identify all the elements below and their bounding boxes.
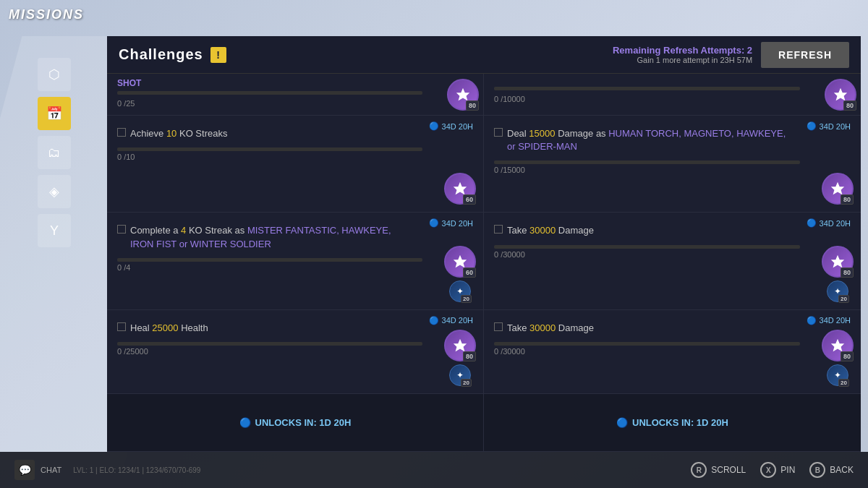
progress-bar-bg-5 (117, 342, 422, 346)
sidebar-item-rank[interactable]: ◈ (38, 175, 71, 208)
refresh-timer-label: Gain 1 more attempt in 23H 57M (613, 56, 752, 64)
sidebar-item-cards[interactable]: 🗂 (38, 136, 71, 169)
challenge-grid: 🔵 34D 20H Achieve 10 KO Streaks 0 /10 (107, 116, 861, 452)
rewards-1: 60 (444, 173, 476, 205)
refresh-info: Remaining Refresh Attempts: 2 Gain 1 mor… (613, 45, 752, 64)
checkbox-5 (117, 322, 126, 331)
timer-3: 🔵 34D 20H (429, 218, 473, 228)
rewards-6: 80 ✦ 20 (822, 330, 854, 386)
progress-text-3: 0 /4 (117, 263, 473, 272)
partial-progress-text-right: 0 /10000 (494, 95, 851, 103)
partial-progress-bar-left (117, 91, 422, 95)
bottom-right: R SCROLL X PIN B BACK (691, 462, 854, 478)
exclamation-badge: ! (210, 47, 226, 63)
progress-bar-bg-3 (117, 258, 422, 262)
cards-icon: 🗂 (48, 145, 61, 160)
svg-marker-5 (831, 255, 844, 267)
challenges-header: Challenges ! Remaining Refresh Attempts:… (107, 36, 861, 74)
chat-label: CHAT (41, 466, 61, 474)
scroll-hint: R SCROLL (691, 462, 746, 478)
cube-icon: ⬡ (48, 67, 60, 82)
partial-reward-icon-right: 80 (825, 79, 856, 111)
challenge-text-4: Take 30000 Damage (494, 224, 851, 237)
reward-icon-3: 60 (444, 246, 476, 278)
back-hint: B BACK (809, 462, 854, 478)
partial-reward-badge-right: 80 (843, 100, 856, 111)
checkbox-1 (117, 128, 126, 137)
rewards-4: 80 ✦ 20 (822, 246, 854, 302)
reward-icon-small-4: ✦ 20 (827, 281, 848, 302)
rewards-2: 80 (822, 173, 854, 205)
sidebar-item-y[interactable]: Y (38, 214, 71, 247)
refresh-attempts-label: Remaining Refresh Attempts: 2 (613, 45, 752, 56)
progress-text-1: 0 /10 (117, 153, 473, 161)
sidebar-item-cube[interactable]: ⬡ (38, 58, 71, 91)
partial-progress-text-left: 0 /25 (117, 99, 473, 108)
bottom-status: LVL: 1 | ELO: 1234/1 | 1234/670/70-699 (73, 466, 200, 474)
progress-bar-bg-2 (494, 160, 800, 164)
back-btn[interactable]: B (809, 462, 825, 478)
reward-badge-6: 80 (841, 351, 854, 361)
clock-icon-2: 🔵 (807, 121, 817, 131)
reward-icon-4: 80 (822, 246, 854, 278)
rank-icon: ◈ (49, 184, 59, 200)
checkbox-6 (494, 322, 503, 331)
partial-row: SHOT 0 /25 80 0 /10000 (107, 74, 861, 116)
challenges-title: Challenges (119, 46, 203, 63)
timer-2: 🔵 34D 20H (807, 121, 851, 131)
sidebar-item-calendar[interactable]: 📅 (38, 97, 71, 130)
partial-reward-left: 80 (447, 79, 479, 111)
reward-badge-small-6: 20 (838, 379, 849, 387)
reward-icon-5: 80 (444, 330, 476, 361)
challenge-text-5: Heal 25000 Health (117, 322, 473, 335)
svg-marker-7 (831, 339, 844, 351)
scroll-btn[interactable]: R (691, 462, 707, 478)
progress-wrap-6: 0 /30000 (494, 342, 851, 356)
reward-badge-1: 60 (463, 194, 476, 205)
svg-marker-2 (454, 182, 467, 194)
checkbox-3 (117, 225, 126, 234)
progress-wrap-1: 0 /10 (117, 147, 473, 161)
clock-icon-3: 🔵 (429, 218, 439, 228)
progress-bar-bg-6 (494, 342, 800, 346)
progress-text-2: 0 /15000 (494, 166, 851, 174)
refresh-button[interactable]: REFRESH (761, 42, 849, 68)
unlock-text-right: 🔵 UNLOCKS IN: 1D 20H (616, 417, 728, 428)
content-area: SHOT 0 /25 80 0 /10000 (107, 74, 861, 452)
reward-icon-small-3: ✦ 20 (449, 281, 471, 302)
pin-btn[interactable]: X (760, 462, 776, 478)
timer-1: 🔵 34D 20H (429, 121, 473, 131)
pin-hint: X PIN (760, 462, 795, 478)
bottom-left: 💬 CHAT LVL: 1 | ELO: 1234/1 | 1234/670/7… (14, 460, 200, 480)
progress-text-5: 0 /25000 (117, 347, 473, 356)
reward-icon-6: 80 (822, 330, 854, 361)
back-label: BACK (830, 465, 854, 475)
main-panel: Challenges ! Remaining Refresh Attempts:… (107, 36, 861, 452)
challenge-cell-3: 🔵 34D 20H Complete a 4 KO Streak as MIST… (107, 213, 484, 309)
unlock-cell-right: 🔵 UNLOCKS IN: 1D 20H (484, 394, 861, 452)
progress-bar-bg-4 (494, 245, 800, 249)
timer-4: 🔵 34D 20H (807, 218, 851, 228)
clock-icon-5: 🔵 (429, 316, 439, 325)
progress-text-6: 0 /30000 (494, 347, 851, 356)
clock-icon-1: 🔵 (429, 121, 439, 131)
reward-badge-4: 80 (841, 267, 854, 278)
checkbox-2 (494, 128, 503, 137)
unlock-icon-left: 🔵 (239, 417, 251, 428)
clock-icon-4: 🔵 (807, 218, 817, 228)
reward-badge-small-3: 20 (461, 295, 472, 303)
challenge-cell-1: 🔵 34D 20H Achieve 10 KO Streaks 0 /10 (107, 116, 484, 213)
svg-marker-0 (456, 88, 469, 100)
clock-icon-6: 🔵 (807, 316, 817, 325)
reward-icon-small-5: ✦ 20 (449, 364, 471, 386)
progress-wrap-5: 0 /25000 (117, 342, 473, 356)
challenge-text-6: Take 30000 Damage (494, 322, 851, 335)
svg-marker-1 (834, 88, 847, 100)
timer-5: 🔵 34D 20H (429, 316, 473, 325)
svg-marker-3 (831, 182, 844, 194)
challenge-text-1: Achieve 10 KO Streaks (117, 127, 473, 140)
pin-label: PIN (780, 465, 795, 475)
reward-badge-small-4: 20 (838, 295, 849, 303)
challenge-text-3: Complete a 4 KO Streak as MISTER FANTAST… (117, 224, 473, 250)
partial-hero-name: SHOT (117, 78, 473, 88)
